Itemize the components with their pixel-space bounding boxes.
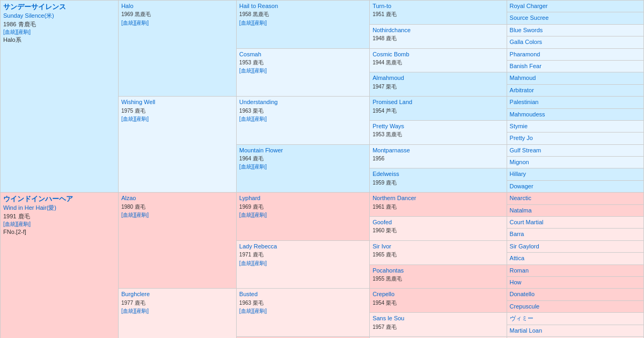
col3-busted-name[interactable]: Busted <box>239 291 258 297</box>
col5-mahmoudess-name[interactable]: Mahmoudess <box>510 111 545 117</box>
col3-lyphard-links[interactable]: [血統][産駒] <box>239 212 267 218</box>
col4-crepello-name[interactable]: Crepello <box>372 291 394 297</box>
col4-pocahontas-name[interactable]: Pocahontas <box>372 267 404 274</box>
col4-prettyways-name[interactable]: Pretty Ways <box>372 123 404 129</box>
col5-sourcesucree-name[interactable]: Source Sucree <box>510 14 549 21</box>
col5-sirgaylord-name[interactable]: Sir Gaylord <box>510 243 539 249</box>
col5-hillary-name[interactable]: Hillary <box>510 171 526 177</box>
col2-halo-year: 1969 黒鹿毛 <box>121 11 151 17</box>
col5-attica: Attica <box>507 253 643 264</box>
col3-hailreason-year: 1958 黒鹿毛 <box>239 11 269 17</box>
col4-montparnasse-year: 1956 <box>372 156 384 161</box>
col5-roman-name[interactable]: Roman <box>510 267 529 274</box>
col4-goofed-year: 1960 栗毛 <box>372 227 397 233</box>
col5-mignon: Mignon <box>507 157 643 168</box>
col5-prettyjo: Pretty Jo <box>507 133 643 144</box>
col4-goofed-name[interactable]: Goofed <box>372 219 392 225</box>
col3-busted-links[interactable]: [血統][産駒] <box>239 308 267 314</box>
col5-barra-name[interactable]: Barra <box>510 231 524 237</box>
main-horse-links-bottom[interactable]: [血統][産駒] <box>3 221 115 228</box>
col3-ladyrebecca-links[interactable]: [血統][産駒] <box>239 260 267 266</box>
col2-burghclere-name[interactable]: Burghclere <box>121 291 150 297</box>
col5-barra: Barra <box>507 229 643 240</box>
col2-halo: Halo 1969 黒鹿毛 [血統][産駒] <box>118 1 236 97</box>
col5-pharamond: Pharamond <box>507 48 643 60</box>
col2-wishingwell-name[interactable]: Wishing Well <box>121 99 155 105</box>
col5-martialloan-name[interactable]: Martial Loan <box>510 327 543 334</box>
col5-blueswords-name[interactable]: Blue Swords <box>510 27 543 33</box>
col5-crepuscule-name[interactable]: Crepuscule <box>510 303 540 310</box>
col5-crepuscule: Crepuscule <box>507 300 643 312</box>
col5-pharamond-name[interactable]: Pharamond <box>510 51 540 57</box>
col5-gulfstream: Gulf Stream <box>507 144 643 156</box>
col3-cosmah-name[interactable]: Cosmah <box>239 51 261 57</box>
col4-northerndancer-name[interactable]: Northern Dancer <box>372 195 416 201</box>
col4-almahmoud: Almahmoud 1947 栗毛 <box>370 72 507 97</box>
col5-prettyjo-name[interactable]: Pretty Jo <box>510 135 533 141</box>
col5-dowager-name[interactable]: Dowager <box>510 183 533 189</box>
col5-how-name[interactable]: How <box>510 279 522 285</box>
col4-almahmoud-name[interactable]: Almahmoud <box>372 75 404 81</box>
col4-promisedland: Promised Land 1954 芦毛 <box>370 97 507 121</box>
col4-edelweiss-name[interactable]: Edelweiss <box>372 171 399 177</box>
col2-wishingwell-links[interactable]: [血統][産駒] <box>121 116 149 122</box>
col4-montparnasse-name[interactable]: Montparnasse <box>372 147 410 153</box>
col5-dowager: Dowager <box>507 180 643 192</box>
col4-turnto: Turn-to 1951 鹿毛 <box>370 1 507 25</box>
col3-ladyrebecca-name[interactable]: Lady Rebecca <box>239 243 277 249</box>
col4-northerndancer-year: 1961 鹿毛 <box>372 204 397 210</box>
col3-mountainflower-links[interactable]: [血統][産駒] <box>239 164 267 170</box>
col5-attica-name[interactable]: Attica <box>510 255 525 261</box>
main-horse-extra-bottom: FNo.[2-f] <box>3 228 115 236</box>
col3-ladyrebecca: Lady Rebecca 1971 鹿毛 [血統][産駒] <box>236 240 369 289</box>
col5-mahmoud-name[interactable]: Mahmoud <box>510 75 536 81</box>
main-horse-links-top[interactable]: [血統][産駒] <box>3 28 115 36</box>
col3-cosmah-links[interactable]: [血統][産駒] <box>239 68 267 74</box>
col5-nearctic-name[interactable]: Nearctic <box>510 195 531 201</box>
col4-sirivor-name[interactable]: Sir Ivor <box>372 243 391 249</box>
col3-understanding: Understanding 1963 栗毛 [血統][産駒] <box>236 97 369 145</box>
col3-understanding-links[interactable]: [血統][産駒] <box>239 116 267 122</box>
col5-gallacolors: Galla Colors <box>507 36 643 48</box>
col3-understanding-name[interactable]: Understanding <box>239 99 278 105</box>
col5-royalcharger-name[interactable]: Royal Charger <box>510 3 548 9</box>
col3-lyphard-year: 1969 鹿毛 <box>239 204 264 210</box>
col3-mountainflower-name[interactable]: Mountain Flower <box>239 147 283 153</box>
col5-donatello-name[interactable]: Donatello <box>510 291 535 297</box>
col5-arbitrator-name[interactable]: Arbitrator <box>510 87 534 93</box>
col5-gallacolors-name[interactable]: Galla Colors <box>510 39 543 45</box>
col5-sirgaylord: Sir Gaylord <box>507 240 643 252</box>
main-horse-year-bottom: 1991 鹿毛 <box>3 212 115 221</box>
col5-palestinian-name[interactable]: Palestinian <box>510 99 539 105</box>
col4-turnto-name[interactable]: Turn-to <box>372 3 391 9</box>
col3-hailreason-links[interactable]: [血統][産駒] <box>239 20 267 26</box>
col4-cosmicbomb-name[interactable]: Cosmic Bomb <box>372 51 409 57</box>
col3-hailreason-name[interactable]: Hail to Reason <box>239 3 278 9</box>
col2-alzao: Alzao 1980 鹿毛 [血統][産駒] <box>118 193 236 289</box>
col5-arbitrator: Arbitrator <box>507 84 643 96</box>
col5-sourcesucree: Source Sucree <box>507 12 643 24</box>
col2-alzao-links[interactable]: [血統][産駒] <box>121 212 149 218</box>
col4-sanslesou-name[interactable]: Sans le Sou <box>372 315 404 321</box>
col2-burghclere-links[interactable]: [血統][産駒] <box>121 308 149 314</box>
col4-almahmoud-year: 1947 栗毛 <box>372 84 397 90</box>
col4-nothirdchance-name[interactable]: Nothirdchance <box>372 27 411 33</box>
col5-courtmartial-name[interactable]: Court Martial <box>510 219 544 225</box>
col5-banishfear-name[interactable]: Banish Fear <box>510 63 541 69</box>
col4-crepello-year: 1954 栗毛 <box>372 300 397 306</box>
col4-turnto-year: 1951 鹿毛 <box>372 11 397 17</box>
col4-nothirdchance-year: 1948 鹿毛 <box>372 35 397 41</box>
col5-gulfstream-name[interactable]: Gulf Stream <box>510 147 541 153</box>
col2-halo-links[interactable]: [血統][産駒] <box>121 20 149 26</box>
col2-halo-name[interactable]: Halo <box>121 3 134 9</box>
col5-mignon-name[interactable]: Mignon <box>510 159 529 165</box>
col2-alzao-name[interactable]: Alzao <box>121 195 136 201</box>
col5-natalma-name[interactable]: Natalma <box>510 207 532 214</box>
col3-busted: Busted 1963 栗毛 [血統][産駒] <box>236 289 369 337</box>
col3-lyphard-name[interactable]: Lyphard <box>239 195 260 201</box>
col5-vimmy-name[interactable]: ヴィミー <box>510 315 533 321</box>
col3-ladyrebecca-year: 1971 鹿毛 <box>239 252 264 258</box>
col5-stymie-name[interactable]: Stymie <box>510 123 528 129</box>
col4-promisedland-name[interactable]: Promised Land <box>372 99 412 105</box>
col4-sanslesou: Sans le Sou 1957 鹿毛 <box>370 313 507 337</box>
